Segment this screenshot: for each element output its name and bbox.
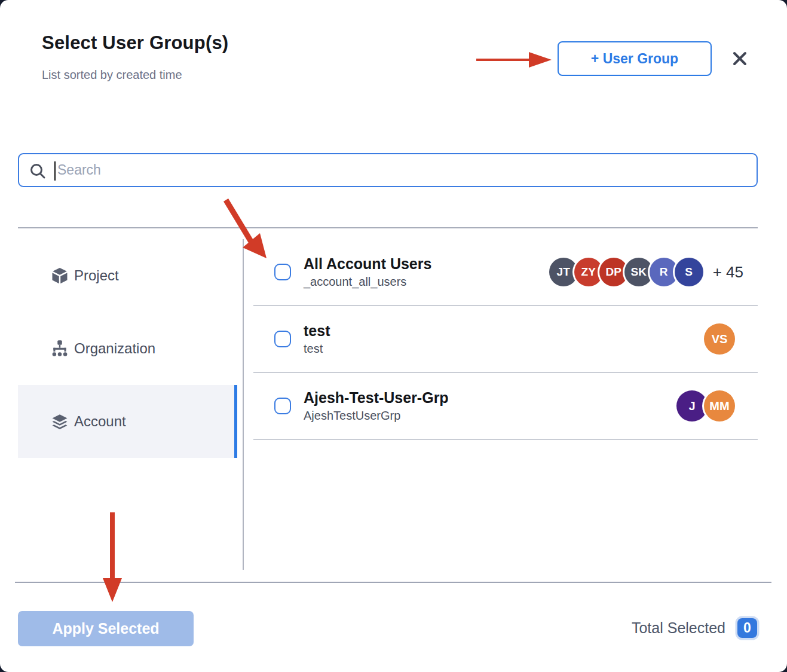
- group-checkbox[interactable]: [274, 398, 291, 414]
- avatar-stack: J MM: [676, 390, 735, 421]
- avatar-stack: JT ZY DP SK R S + 45: [549, 258, 743, 286]
- group-text: Ajesh-Test-User-Grp AjeshTestUserGrp: [304, 389, 449, 423]
- layers-icon: [51, 413, 69, 430]
- group-checkbox[interactable]: [274, 331, 291, 347]
- user-group-list: All Account Users _account_all_users JT …: [253, 239, 758, 440]
- avatar-stack: VS: [704, 323, 735, 355]
- annotation-arrow-apply: [102, 511, 123, 604]
- group-checkbox[interactable]: [274, 264, 291, 280]
- add-user-group-button[interactable]: + User Group: [558, 41, 712, 76]
- search-box: [18, 153, 758, 187]
- group-row-all-account-users[interactable]: All Account Users _account_all_users JT …: [253, 239, 758, 306]
- sidebar-item-label: Organization: [74, 340, 155, 357]
- avatar: S: [675, 258, 703, 286]
- avatar: JT: [549, 258, 578, 286]
- sidebar-divider: [243, 239, 244, 570]
- cube-icon: [51, 267, 69, 285]
- sort-info-text: List sorted by created time: [42, 68, 182, 82]
- avatar: VS: [704, 323, 735, 355]
- group-id: _account_all_users: [304, 274, 431, 289]
- avatar: MM: [704, 390, 735, 421]
- sidebar-item-account[interactable]: Account: [18, 385, 237, 458]
- sidebar-item-organization[interactable]: Organization: [18, 312, 237, 385]
- avatar: DP: [599, 258, 628, 286]
- sitemap-icon: [51, 340, 69, 358]
- group-name: test: [304, 322, 330, 340]
- total-selected-label: Total Selected: [632, 619, 725, 637]
- avatar-overflow-count: + 45: [713, 263, 743, 282]
- total-selected-badge: 0: [737, 618, 757, 638]
- sidebar-item-label: Project: [74, 267, 119, 284]
- avatar: ZY: [574, 258, 603, 286]
- sidebar-item-label: Account: [74, 413, 126, 430]
- screenshot-canvas: Select User Group(s) List sorted by crea…: [0, 0, 787, 672]
- group-row-test[interactable]: test test VS: [253, 306, 758, 373]
- annotation-arrow-add-group: [475, 50, 554, 72]
- avatar: SK: [624, 258, 653, 286]
- group-row-ajesh-test-user-grp[interactable]: Ajesh-Test-User-Grp AjeshTestUserGrp J M…: [253, 373, 758, 440]
- content-divider: [18, 227, 758, 228]
- sidebar-item-project[interactable]: Project: [18, 239, 237, 312]
- group-id: AjeshTestUserGrp: [304, 408, 449, 423]
- search-input[interactable]: [57, 154, 751, 186]
- scope-sidebar: Project Organization: [18, 239, 237, 458]
- text-cursor: [54, 161, 56, 181]
- footer-divider: [15, 582, 771, 583]
- avatar: J: [676, 390, 708, 421]
- close-icon[interactable]: [727, 45, 753, 72]
- group-name: Ajesh-Test-User-Grp: [304, 389, 449, 407]
- avatar: R: [650, 258, 678, 286]
- group-text: All Account Users _account_all_users: [304, 255, 431, 289]
- select-user-group-modal: Select User Group(s) List sorted by crea…: [0, 0, 787, 672]
- group-name: All Account Users: [304, 255, 431, 273]
- group-id: test: [304, 341, 330, 356]
- search-icon: [29, 162, 47, 180]
- apply-selected-button[interactable]: Apply Selected: [18, 611, 194, 646]
- page-title: Select User Group(s): [42, 32, 228, 54]
- group-text: test test: [304, 322, 330, 356]
